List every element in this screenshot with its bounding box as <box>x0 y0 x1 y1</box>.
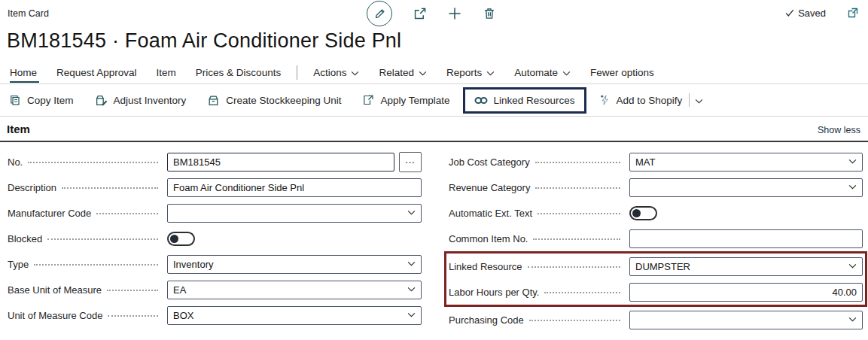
type-label-wrap: Type <box>8 259 167 270</box>
edit-button[interactable] <box>367 1 392 26</box>
linked-resources-label: Linked Resources <box>494 95 575 106</box>
add-to-shopify-label: Add to Shopify <box>617 95 683 106</box>
no-assist-button[interactable]: … <box>399 152 422 172</box>
unit-of-measure-code-control <box>167 306 422 325</box>
blocked-toggle[interactable] <box>167 232 195 246</box>
linked-resource-dropdown-caret[interactable] <box>848 263 857 269</box>
type-label: Type <box>8 259 29 270</box>
automatic-ext-text-label-wrap: Automatic Ext. Text <box>449 208 629 219</box>
item-section-header: Item Show less <box>0 117 868 142</box>
stockkeeping-unit-icon <box>207 94 220 107</box>
create-stockkeeping-unit-label: Create Stockkeeping Unit <box>226 95 341 106</box>
tab-prices-discounts[interactable]: Prices & Discounts <box>186 62 291 83</box>
tab-fewer-options[interactable]: Fewer options <box>580 62 664 83</box>
bolt-icon <box>599 94 611 106</box>
manufacturer-code-dropdown-caret[interactable] <box>407 210 416 215</box>
menu-bar: HomeRequest ApprovalItemPrices & Discoun… <box>0 62 868 84</box>
delete-button[interactable] <box>483 7 496 20</box>
dotted-leader <box>108 315 158 317</box>
purchasing-code-input[interactable] <box>629 311 863 329</box>
base-unit-of-measure-label: Base Unit of Measure <box>8 284 102 296</box>
unit-of-measure-code-input[interactable] <box>167 306 422 325</box>
blocked-control <box>167 232 422 246</box>
common-item-no-label: Common Item No. <box>449 233 528 244</box>
base-unit-of-measure-label-wrap: Base Unit of Measure <box>8 284 167 296</box>
tab-item[interactable]: Item <box>147 62 186 83</box>
field-base-unit-of-measure: Base Unit of Measure <box>8 277 422 302</box>
adjust-inventory-button[interactable]: Adjust Inventory <box>84 94 197 107</box>
tab-related[interactable]: Related <box>369 62 437 83</box>
popout-button[interactable] <box>847 7 859 19</box>
dotted-leader <box>533 238 620 240</box>
type-control <box>167 255 422 274</box>
no-control: … <box>167 152 422 172</box>
create-stockkeeping-unit-button[interactable]: Create Stockkeeping Unit <box>196 94 352 107</box>
trash-icon <box>483 7 496 20</box>
description-input[interactable] <box>167 178 422 197</box>
tab-label: Reports <box>446 67 482 78</box>
linked-resource-label: Linked Resource <box>449 261 522 272</box>
automatic-ext-text-toggle[interactable] <box>629 206 657 220</box>
copy-icon <box>9 94 21 106</box>
revenue-category-dropdown-caret[interactable] <box>848 184 857 190</box>
job-cost-category-dropdown-caret[interactable] <box>848 159 857 164</box>
tab-automate[interactable]: Automate <box>504 62 580 83</box>
tab-reports[interactable]: Reports <box>437 62 504 83</box>
labor-hours-per-qty-input[interactable] <box>629 283 863 302</box>
tab-request-approval[interactable]: Request Approval <box>47 62 147 83</box>
share-button[interactable] <box>413 7 427 21</box>
base-unit-of-measure-input[interactable] <box>167 281 422 299</box>
manufacturer-code-label: Manufacturer Code <box>8 208 91 219</box>
add-to-shopify-button[interactable]: Add to Shopify <box>599 94 683 106</box>
job-cost-category-input[interactable] <box>629 153 863 172</box>
field-job-cost-category: Job Cost Category <box>449 149 863 175</box>
toggle-knob <box>632 209 641 217</box>
labor-hours-per-qty-control <box>629 283 863 302</box>
share-icon <box>413 7 427 21</box>
copy-item-button[interactable]: Copy Item <box>8 94 84 106</box>
field-common-item-no: Common Item No. <box>449 226 863 251</box>
unit-of-measure-code-dropdown-caret[interactable] <box>407 312 416 317</box>
form-right-column: Job Cost CategoryRevenue CategoryAutomat… <box>449 149 863 332</box>
manufacturer-code-label-wrap: Manufacturer Code <box>8 208 167 219</box>
dotted-leader <box>544 292 620 293</box>
menu-divider <box>297 65 297 80</box>
show-less-link[interactable]: Show less <box>818 125 860 135</box>
purchasing-code-control <box>629 311 863 329</box>
revenue-category-input[interactable] <box>629 178 863 197</box>
common-item-no-input[interactable] <box>629 229 863 248</box>
type-dropdown-caret[interactable] <box>407 261 416 266</box>
add-to-shopify-dropdown-caret[interactable] <box>695 97 703 104</box>
manufacturer-code-input[interactable] <box>167 204 422 223</box>
tab-home[interactable]: Home <box>8 62 47 83</box>
blocked-label: Blocked <box>8 233 42 244</box>
tab-actions[interactable]: Actions <box>303 62 369 83</box>
base-unit-of-measure-dropdown-caret[interactable] <box>407 287 416 292</box>
type-input[interactable] <box>167 255 422 274</box>
new-button[interactable] <box>447 6 462 21</box>
description-control <box>167 178 422 197</box>
field-manufacturer-code: Manufacturer Code <box>8 200 422 226</box>
job-cost-category-label: Job Cost Category <box>449 156 530 168</box>
dotted-leader <box>535 187 620 189</box>
automatic-ext-text-label: Automatic Ext. Text <box>449 208 532 219</box>
apply-template-button[interactable]: Apply Template <box>352 94 460 106</box>
blocked-label-wrap: Blocked <box>8 233 167 244</box>
chevron-down-icon <box>562 71 571 76</box>
revenue-category-label-wrap: Revenue Category <box>449 182 629 193</box>
top-bar: Item Card Saved <box>0 0 868 27</box>
dotted-leader <box>107 290 158 291</box>
field-no: No.… <box>8 149 422 175</box>
field-description: Description <box>8 175 422 200</box>
labor-hours-per-qty-label-wrap: Labor Hours per Qty. <box>449 287 629 298</box>
save-status-area: Saved <box>784 7 859 19</box>
linked-resources-button[interactable]: Linked Resources <box>463 87 586 114</box>
dotted-leader <box>34 264 158 266</box>
field-linked-resource: Linked Resource <box>449 253 863 279</box>
linked-resource-input[interactable] <box>629 257 863 276</box>
purchasing-code-dropdown-caret[interactable] <box>848 317 857 322</box>
job-cost-category-control <box>629 153 863 172</box>
no-input[interactable] <box>167 153 394 172</box>
page-caption: Item Card <box>8 8 49 19</box>
tab-label: Related <box>379 67 414 78</box>
